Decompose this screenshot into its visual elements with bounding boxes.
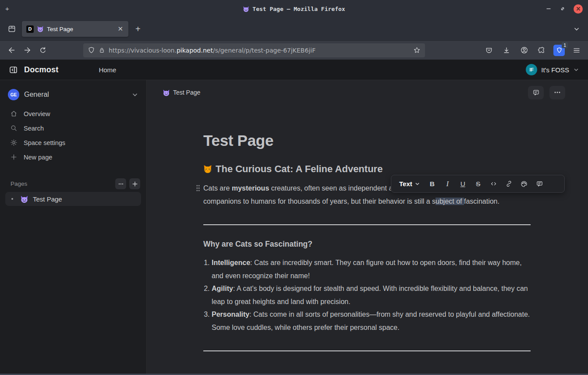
firefox-view-icon[interactable] [4, 21, 19, 36]
tab-close-icon[interactable]: ✕ [117, 25, 124, 33]
window-titlebar: + Test Page — Mozilla Firefox [0, 0, 588, 18]
sidebar-item-label: Space settings [24, 139, 65, 146]
pocket-icon[interactable] [481, 43, 497, 57]
tab-strip: D Test Page ✕ + [0, 18, 588, 40]
sidebar-item-label: Overview [24, 110, 50, 117]
list-item[interactable]: Intelligence: Cats are incredibly smart.… [212, 256, 531, 282]
devil-emoji-icon [37, 25, 44, 32]
app-body: GE General Overview Search [0, 80, 588, 375]
window-title: Test Page — Mozilla Firefox [0, 0, 588, 18]
tracking-shield-icon[interactable] [88, 46, 95, 54]
breadcrumb[interactable]: Test Page [163, 89, 200, 96]
page-subtitle[interactable]: The Curious Cat: A Feline Adventure [203, 163, 531, 175]
tab-title: Test Page [47, 26, 113, 32]
nav-home-link[interactable]: Home [99, 66, 116, 74]
sidebar-item-search[interactable]: Search [0, 121, 146, 135]
lock-icon[interactable] [99, 47, 105, 54]
url-text: https://vivacious-loon.pikapod.net/s/gen… [109, 47, 410, 54]
account-icon[interactable] [516, 43, 532, 57]
tab-test-page[interactable]: D Test Page ✕ [22, 21, 128, 37]
cat-emoji-icon [203, 165, 212, 173]
search-icon [10, 124, 18, 132]
user-menu-chevron-icon[interactable] [573, 67, 579, 73]
app-header: Docmost Home IF It's FOSS [0, 60, 588, 80]
user-menu[interactable]: IF It's FOSS [526, 64, 579, 75]
underline-button[interactable]: U [455, 176, 471, 192]
italic-button[interactable]: I [440, 176, 455, 192]
docmost-app: Docmost Home IF It's FOSS GE General [0, 60, 588, 375]
page-tree-item-label: Test Page [33, 195, 62, 203]
bookmark-star-icon[interactable] [413, 46, 421, 54]
gear-icon [10, 139, 18, 146]
text-style-dropdown[interactable]: Text [399, 180, 412, 188]
back-button[interactable] [4, 43, 19, 57]
devil-emoji-icon [243, 6, 249, 12]
extensions-puzzle-icon[interactable] [534, 43, 549, 57]
section-heading[interactable]: Why are Cats so Fascinating? [203, 240, 531, 249]
sidebar-item-label: New page [24, 154, 52, 161]
sidebar-item-space-settings[interactable]: Space settings [0, 135, 146, 150]
downloads-icon[interactable] [499, 43, 514, 57]
space-chevron-icon[interactable] [131, 91, 138, 98]
comments-button[interactable] [528, 86, 544, 99]
sidebar: GE General Overview Search [0, 80, 147, 375]
minimize-button[interactable] [545, 6, 552, 12]
sidebar-item-overview[interactable]: Overview [0, 106, 146, 121]
sidebar-item-label: Search [24, 125, 44, 132]
space-name: General [24, 91, 127, 99]
strikethrough-button[interactable]: S [471, 176, 486, 192]
space-switcher[interactable]: GE General [0, 85, 146, 106]
restore-button[interactable] [560, 6, 566, 12]
pages-more-icon[interactable] [115, 178, 126, 189]
list-item[interactable]: Agility: A cat's body is designed for st… [212, 282, 531, 308]
main-content: Test Page Test Page The Curious Cat: A F… [147, 80, 588, 375]
link-button[interactable] [501, 176, 517, 192]
page-editor[interactable]: Test Page The Curious Cat: A Feline Adve… [203, 132, 531, 351]
bold-button[interactable]: B [425, 176, 440, 192]
home-icon [10, 110, 18, 117]
list-item[interactable]: Personality: Cats come in all sorts of p… [212, 308, 531, 334]
formatting-toolbar: Text B I U S [391, 175, 565, 193]
pages-section-header: Pages [11, 178, 140, 189]
pages-label: Pages [11, 180, 112, 187]
brand-logo[interactable]: Docmost [24, 65, 58, 74]
space-avatar: GE [8, 89, 19, 100]
page-more-button[interactable] [549, 86, 565, 99]
page-title[interactable]: Test Page [203, 132, 531, 149]
pages-add-icon[interactable] [129, 178, 140, 189]
list-tabs-chevron-icon[interactable] [573, 25, 584, 32]
divider [203, 224, 531, 225]
password-manager-extension-icon[interactable]: 1 [551, 43, 567, 57]
menu-hamburger-icon[interactable] [569, 43, 584, 57]
window-controls [545, 0, 583, 18]
bold-text: mysterious [232, 184, 269, 192]
content-header: Test Page [147, 80, 588, 102]
fascination-list[interactable]: Intelligence: Cats are incredibly smart.… [203, 256, 531, 334]
url-bar[interactable]: https://vivacious-loon.pikapod.net/s/gen… [83, 43, 425, 57]
tab-favicon: D [26, 25, 34, 33]
plus-icon [10, 153, 18, 161]
firefox-window: + Test Page — Mozilla Firefox D Test Pag… [0, 0, 588, 375]
user-name: It's FOSS [541, 66, 569, 74]
user-avatar[interactable]: IF [526, 64, 537, 75]
page-bullet [11, 198, 13, 200]
toolbar-buttons: 1 [481, 43, 584, 57]
reload-button[interactable] [35, 43, 51, 57]
text-style-chevron-icon[interactable] [414, 181, 420, 187]
highlight-palette-button[interactable] [517, 176, 532, 192]
sidebar-item-new-page[interactable]: New page [0, 150, 146, 164]
drag-handle-icon[interactable] [196, 184, 200, 192]
forward-button[interactable] [19, 43, 35, 57]
devil-emoji-icon [20, 195, 28, 203]
new-tab-button[interactable]: + [131, 24, 145, 34]
navigation-toolbar: https://vivacious-loon.pikapod.net/s/gen… [0, 40, 588, 60]
page-tree-item-test-page[interactable]: Test Page [5, 192, 141, 206]
extension-badge: 1 [562, 42, 568, 49]
comment-button[interactable] [532, 176, 547, 192]
divider [203, 350, 531, 351]
close-button[interactable] [574, 4, 583, 14]
code-button[interactable] [486, 176, 501, 192]
sidebar-toggle-icon[interactable] [9, 65, 18, 74]
devil-emoji-icon [163, 89, 170, 96]
breadcrumb-label: Test Page [173, 89, 200, 96]
